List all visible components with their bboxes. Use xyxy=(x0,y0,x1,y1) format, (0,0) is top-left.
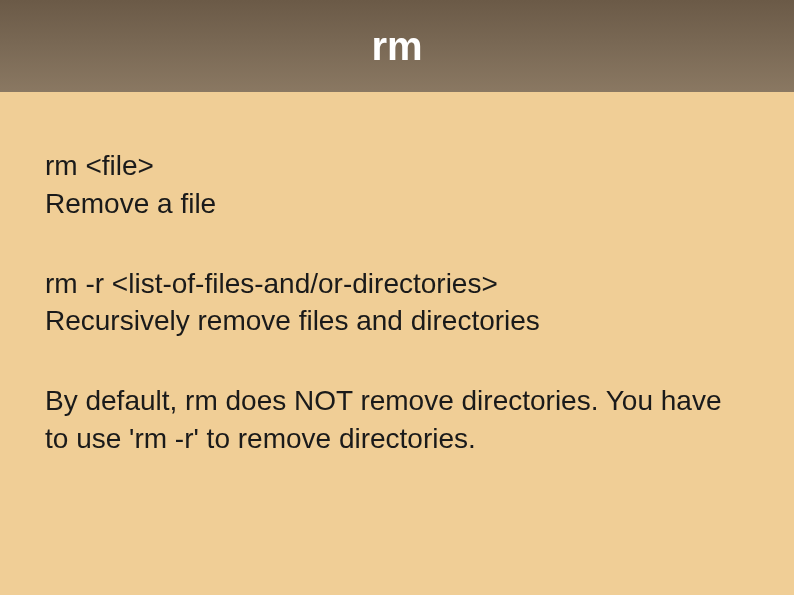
syntax-line: rm <file> xyxy=(45,147,749,185)
note-text: By default, rm does NOT remove directori… xyxy=(45,382,749,458)
usage-block-1: rm <file> Remove a file xyxy=(45,147,749,223)
slide-header: rm xyxy=(0,0,794,92)
slide-title: rm xyxy=(371,24,422,69)
slide-content: rm <file> Remove a file rm -r <list-of-f… xyxy=(0,92,794,458)
syntax-line: rm -r <list-of-files-and/or-directories> xyxy=(45,265,749,303)
description-line: Recursively remove files and directories xyxy=(45,302,749,340)
description-line: Remove a file xyxy=(45,185,749,223)
note-block: By default, rm does NOT remove directori… xyxy=(45,382,749,458)
usage-block-2: rm -r <list-of-files-and/or-directories>… xyxy=(45,265,749,341)
